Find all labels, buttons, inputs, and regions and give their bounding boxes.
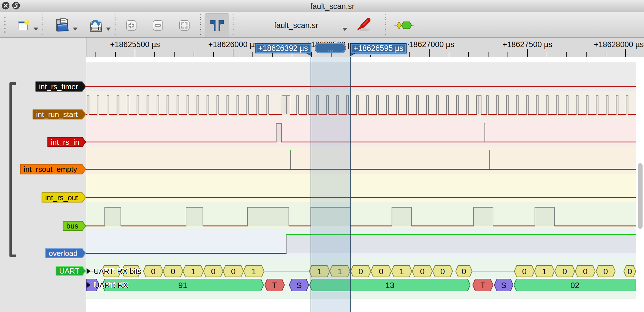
svg-text:0: 0	[359, 267, 363, 276]
svg-text:int_rs_out: int_rs_out	[45, 193, 78, 202]
svg-text:int_rsout_empty: int_rsout_empty	[24, 165, 77, 174]
svg-text:+18625500 µs: +18625500 µs	[110, 40, 160, 49]
svg-text:+18626595 µs: +18626595 µs	[353, 44, 403, 53]
svg-text:+18627000 µs: +18627000 µs	[405, 40, 454, 49]
svg-text:0: 0	[522, 267, 527, 276]
svg-text:1: 1	[191, 267, 196, 276]
svg-text:UART: RX bits: UART: RX bits	[93, 267, 141, 276]
svg-text:fault_scan.sr: fault_scan.sr	[310, 2, 354, 11]
svg-text:+18628000 µs: +18628000 µs	[594, 40, 644, 49]
svg-text:bus: bus	[66, 222, 78, 230]
svg-text:0: 0	[628, 267, 632, 276]
svg-text:02: 02	[570, 281, 579, 290]
svg-text:0: 0	[583, 267, 587, 276]
svg-text:0: 0	[171, 267, 175, 276]
svg-text:1: 1	[399, 267, 404, 276]
svg-text:int_run_start: int_run_start	[36, 110, 78, 119]
svg-text:0: 0	[379, 267, 383, 276]
svg-text:0: 0	[420, 267, 425, 276]
svg-text:0: 0	[440, 267, 445, 276]
svg-text:1: 1	[252, 267, 256, 276]
svg-text:0: 0	[231, 267, 236, 276]
svg-text:91: 91	[178, 281, 187, 290]
svg-text:1: 1	[542, 267, 547, 276]
svg-text:13: 13	[385, 281, 394, 290]
svg-text:0: 0	[462, 267, 466, 276]
svg-text:0: 0	[211, 267, 216, 276]
svg-text:0: 0	[603, 267, 608, 276]
svg-text:+18626000 µs: +18626000 µs	[208, 40, 258, 49]
svg-text:...: ...	[327, 44, 334, 53]
svg-text:fault_scan.sr: fault_scan.sr	[274, 21, 318, 30]
svg-text:0: 0	[563, 267, 567, 276]
svg-text:overload: overload	[49, 249, 78, 258]
svg-text:int_rs_timer: int_rs_timer	[39, 82, 78, 91]
svg-text:S: S	[501, 281, 506, 290]
svg-text:0: 0	[151, 267, 156, 276]
svg-text:S: S	[296, 281, 302, 290]
svg-text:T: T	[480, 281, 485, 290]
svg-text:UART: UART	[59, 267, 79, 275]
svg-text:+18626392 µs: +18626392 µs	[258, 44, 308, 53]
svg-text:int_rs_in: int_rs_in	[51, 138, 79, 146]
svg-text:T: T	[272, 281, 277, 290]
svg-text:UART: RX: UART: RX	[94, 281, 128, 289]
svg-text:+18627500 µs: +18627500 µs	[503, 40, 552, 49]
